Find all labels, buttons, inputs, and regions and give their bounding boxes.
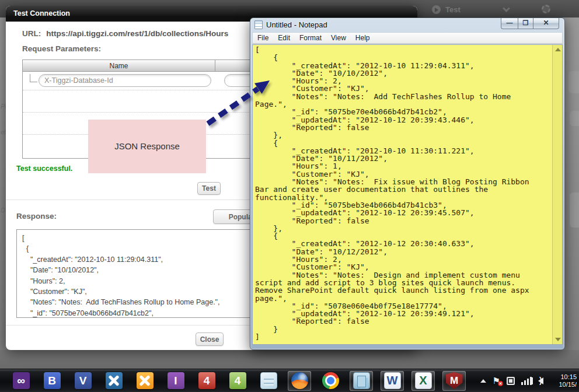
scroll-down-icon[interactable] <box>555 338 561 341</box>
mcafee-icon: M <box>446 372 463 389</box>
taskbar-icon-dev-tools[interactable] <box>102 371 125 391</box>
taskbar-icon-red-app-4[interactable]: 4 <box>195 371 218 391</box>
background-panel <box>570 192 579 228</box>
taskbar-icon-chrome[interactable] <box>319 371 342 391</box>
close-button[interactable]: Close <box>196 332 224 346</box>
clock-date: 10/15/ <box>550 381 577 388</box>
notepad-client-area: [ { "_createdAt": "2012-10-10 11:29:04.3… <box>252 44 563 345</box>
taskbar-icon-infopath[interactable]: I <box>164 371 187 391</box>
notepad-titlebar[interactable]: Untitled - Notepad — ❐ ✕ <box>250 18 564 32</box>
url-label: URL: <box>22 29 41 38</box>
json-response-annotation: JSON Response <box>88 120 206 173</box>
run-test-icon <box>432 5 441 14</box>
menu-item-view[interactable]: View <box>326 34 351 42</box>
firefox-icon <box>291 372 308 389</box>
taskbar-icon-cubes-app[interactable] <box>257 371 280 391</box>
background-test-label: Test <box>445 5 461 14</box>
background-panel <box>570 111 579 126</box>
taskbar-icon-excel[interactable]: X <box>411 371 435 391</box>
vertical-scrollbar[interactable] <box>552 45 562 344</box>
clock[interactable]: 10:15 10/15/ <box>550 373 577 388</box>
taskbar-icon-blue-window-app[interactable] <box>350 371 373 391</box>
background-panel <box>568 71 579 93</box>
dev-tools-icon <box>106 372 123 389</box>
taskbar-icon-visual-studio[interactable]: ∞ <box>9 371 33 391</box>
taskbar-icon-visio[interactable]: V <box>71 371 95 391</box>
clock-time: 10:15 <box>550 373 577 381</box>
scroll-up-icon[interactable] <box>555 48 561 51</box>
tree-connector-icon <box>30 74 37 82</box>
test-button[interactable]: Test <box>197 182 221 195</box>
param-name-input[interactable] <box>39 74 211 87</box>
blue-window-app-icon <box>353 372 370 389</box>
notepad-icon <box>254 20 263 29</box>
screen: Test Pr et Da Submit Powered by Exa Test… <box>0 0 579 392</box>
window-controls: — ❐ ✕ <box>501 18 559 29</box>
taskbar-icon-toolbox[interactable] <box>133 371 156 391</box>
visio-icon: V <box>75 372 92 389</box>
system-tray: ⚑✕ 10:15 10/15/ <box>480 373 579 388</box>
taskbar-icon-green-app-4[interactable]: 4 <box>226 371 249 391</box>
url-value: https://api.tiggzi.com/rest/1/db/collect… <box>46 29 228 38</box>
notepad-json-text: [ { "_createdAt": "2012-10-10 11:29:04.3… <box>255 46 552 341</box>
word-icon: W <box>384 372 401 389</box>
taskbar-icon-firefox[interactable] <box>288 371 311 391</box>
menu-item-format[interactable]: Format <box>295 34 326 42</box>
toolbox-icon <box>137 372 154 389</box>
action-center-icon[interactable]: ⚑✕ <box>493 376 500 385</box>
notepad-title: Untitled - Notepad <box>266 20 327 29</box>
notepad-menubar: FileEditFormatViewHelp <box>252 32 563 44</box>
minimize-button[interactable]: — <box>501 18 518 29</box>
menu-item-file[interactable]: File <box>253 34 273 42</box>
blend-icon: B <box>44 372 61 389</box>
notepad-window: Untitled - Notepad — ❐ ✕ FileEditFormatV… <box>250 18 565 350</box>
volume-icon[interactable] <box>538 377 543 384</box>
infopath-icon: I <box>168 372 184 389</box>
gear-icon[interactable] <box>542 5 550 13</box>
cubes-app-icon <box>260 372 277 389</box>
maximize-button[interactable]: ❐ <box>518 18 533 29</box>
menu-item-edit[interactable]: Edit <box>273 34 295 42</box>
close-window-button[interactable]: ✕ <box>533 18 559 29</box>
taskbar-icon-mcafee[interactable]: M <box>442 371 466 391</box>
taskbar: ∞BVI44WXM ⚑✕ 10:15 10/15/ <box>0 369 579 392</box>
taskbar-icons: ∞BVI44WXM <box>0 371 466 391</box>
green-app-4-icon: 4 <box>229 372 246 389</box>
red-app-4-icon: 4 <box>198 372 215 389</box>
test-status-text: Test successful. <box>16 164 72 173</box>
excel-icon: X <box>415 372 432 389</box>
notepad-text-area[interactable]: [ { "_createdAt": "2012-10-10 11:29:04.3… <box>253 45 552 344</box>
background-test-control[interactable]: Test <box>432 4 509 15</box>
response-label: Response: <box>16 212 57 220</box>
chrome-icon <box>322 372 339 389</box>
taskbar-icon-blend[interactable]: B <box>40 371 64 391</box>
show-hidden-icons-icon[interactable] <box>480 379 486 383</box>
request-parameters-label: Request Parameters: <box>22 44 101 53</box>
chevron-down-icon[interactable] <box>503 5 510 12</box>
background-help-bar: Submit Powered by Exa <box>0 350 579 369</box>
network-plug-icon[interactable] <box>507 377 515 385</box>
name-column-header: Name <box>23 60 215 71</box>
taskbar-icon-word[interactable]: W <box>381 371 404 391</box>
menu-item-help[interactable]: Help <box>351 34 375 42</box>
visual-studio-icon: ∞ <box>13 372 30 389</box>
url-row: URL:https://api.tiggzi.com/rest/1/db/col… <box>22 29 228 38</box>
sidebar-fragment: et <box>1 128 6 135</box>
